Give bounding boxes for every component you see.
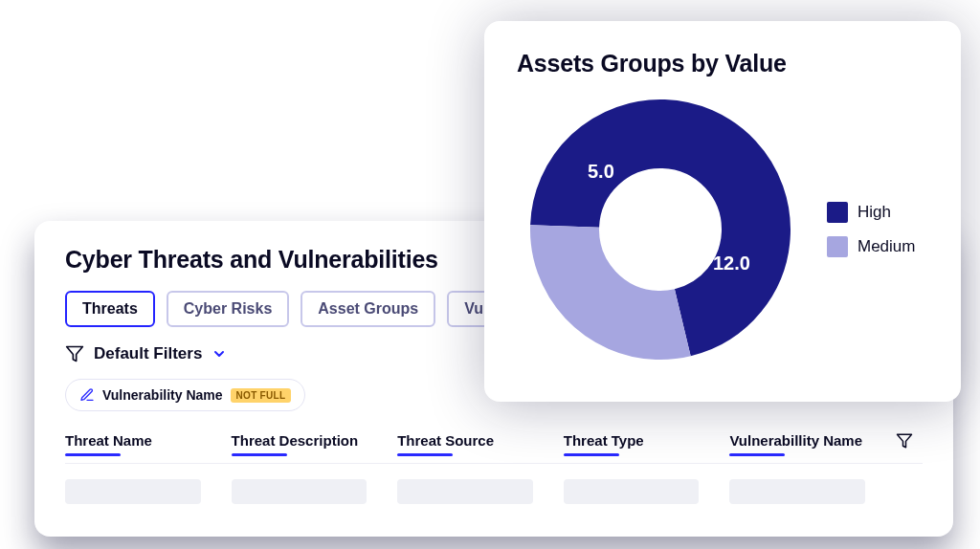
chip-label: Vulnerability Name [102, 387, 223, 403]
th-vulnerability-name[interactable]: Vulnerabillity Name [729, 432, 865, 455]
column-filter-button[interactable] [896, 432, 923, 455]
th-threat-source[interactable]: Threat Source [397, 432, 533, 455]
th-threat-type[interactable]: Threat Type [564, 432, 700, 455]
filter-label: Default Filters [94, 344, 202, 363]
cell-skeleton [232, 479, 368, 504]
cell-skeleton [564, 479, 700, 504]
slice-label-medium: 5.0 [588, 161, 614, 183]
svg-marker-1 [897, 434, 911, 448]
chart-card: Assets Groups by Value 5.0 12.0 High [484, 21, 961, 402]
tab-asset-groups[interactable]: Asset Groups [301, 291, 435, 327]
chart-legend: High Medium [827, 202, 915, 257]
legend-item-medium: Medium [827, 236, 915, 257]
tab-cyber-risks[interactable]: Cyber Risks [167, 291, 290, 327]
cell-skeleton [65, 479, 201, 504]
badge-not-full: NOT FULL [231, 388, 292, 403]
cell-spacer [896, 479, 923, 504]
pencil-icon [79, 387, 95, 403]
table-row [65, 479, 923, 504]
svg-marker-0 [67, 347, 83, 362]
table-header: Threat Name Threat Description Threat So… [65, 432, 923, 464]
cell-skeleton [729, 479, 865, 504]
donut-chart: 5.0 12.0 [517, 86, 804, 373]
swatch-high [827, 202, 848, 223]
legend-item-high: High [827, 202, 915, 223]
filter-chip-vulnerability-name[interactable]: Vulnerability Name NOT FULL [65, 379, 305, 411]
swatch-medium [827, 236, 848, 257]
slice-label-high: 12.0 [713, 253, 750, 274]
tab-threats[interactable]: Threats [65, 291, 155, 327]
chevron-down-icon [212, 346, 227, 362]
filter-icon [65, 344, 84, 363]
cell-skeleton [397, 479, 533, 504]
filter-icon [896, 432, 913, 450]
th-threat-description[interactable]: Threat Description [232, 432, 368, 455]
chart-title: Assets Groups by Value [517, 50, 932, 77]
th-threat-name[interactable]: Threat Name [65, 432, 201, 455]
